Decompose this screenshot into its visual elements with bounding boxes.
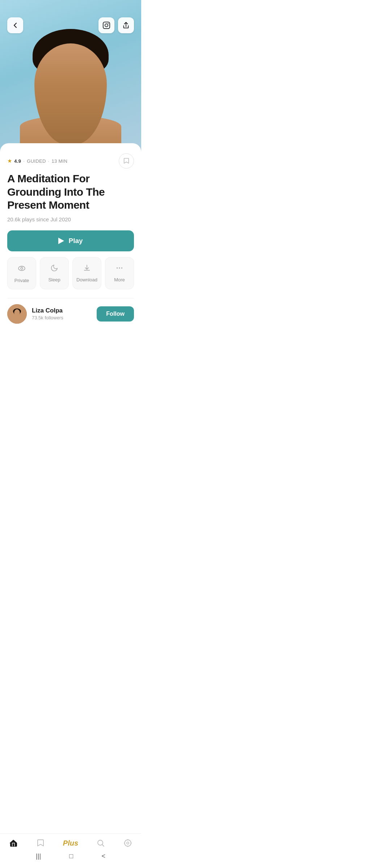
eye-icon	[17, 264, 26, 274]
star-icon: ★	[7, 158, 12, 164]
top-navigation	[0, 0, 141, 33]
svg-point-2	[108, 23, 109, 24]
more-label: More	[114, 277, 125, 282]
sleep-label: Sleep	[48, 277, 60, 282]
instructor-info: Liza Colpa 73.5k followers	[7, 304, 63, 324]
bookmark-button[interactable]	[119, 153, 134, 169]
instagram-button[interactable]	[98, 17, 114, 33]
moon-icon	[50, 264, 58, 273]
svg-point-7	[121, 267, 122, 268]
content-type: GUIDED	[27, 158, 46, 164]
sleep-button[interactable]: Sleep	[40, 257, 69, 289]
bookmark-icon	[123, 157, 130, 165]
play-triangle-icon	[58, 238, 64, 244]
svg-point-6	[119, 267, 120, 268]
main-content: ★ 4.9 · GUIDED · 13 MIN A Meditation For…	[0, 143, 141, 367]
dots-icon	[115, 264, 123, 273]
instructor-followers: 73.5k followers	[32, 315, 63, 320]
svg-point-3	[18, 266, 25, 271]
instructor-row: Liza Colpa 73.5k followers Follow	[7, 298, 134, 331]
svg-rect-0	[103, 22, 110, 29]
follow-button[interactable]: Follow	[97, 306, 134, 322]
private-label: Private	[14, 278, 29, 283]
instructor-avatar	[7, 304, 27, 324]
meta-info: ★ 4.9 · GUIDED · 13 MIN	[7, 158, 67, 164]
meditation-title: A Meditation For Grounding Into The Pres…	[7, 172, 134, 212]
hero-image	[0, 0, 141, 152]
play-label: Play	[68, 237, 83, 245]
play-button[interactable]: Play	[7, 230, 134, 251]
instructor-name: Liza Colpa	[32, 307, 63, 314]
back-button[interactable]	[7, 17, 23, 33]
plays-count: 20.6k plays since Jul 2020	[7, 216, 134, 222]
instagram-icon	[102, 21, 110, 29]
svg-point-11	[14, 309, 20, 316]
duration: 13 MIN	[52, 158, 68, 164]
instructor-details: Liza Colpa 73.5k followers	[32, 307, 63, 320]
share-icon	[122, 21, 130, 29]
svg-point-5	[117, 267, 118, 268]
private-button[interactable]: Private	[7, 257, 36, 289]
download-button[interactable]: Download	[72, 257, 101, 289]
back-arrow-icon	[12, 22, 19, 29]
share-button[interactable]	[118, 17, 134, 33]
download-label: Download	[76, 277, 97, 282]
download-icon	[83, 264, 91, 273]
rating-value: 4.9	[14, 158, 21, 164]
meta-row: ★ 4.9 · GUIDED · 13 MIN	[7, 153, 134, 169]
actions-row: Private Sleep Downloa	[7, 257, 134, 289]
nav-right-buttons	[98, 17, 134, 33]
instructor-portrait	[24, 29, 118, 152]
more-button[interactable]: More	[105, 257, 134, 289]
svg-point-1	[105, 24, 108, 27]
svg-point-4	[21, 267, 23, 269]
